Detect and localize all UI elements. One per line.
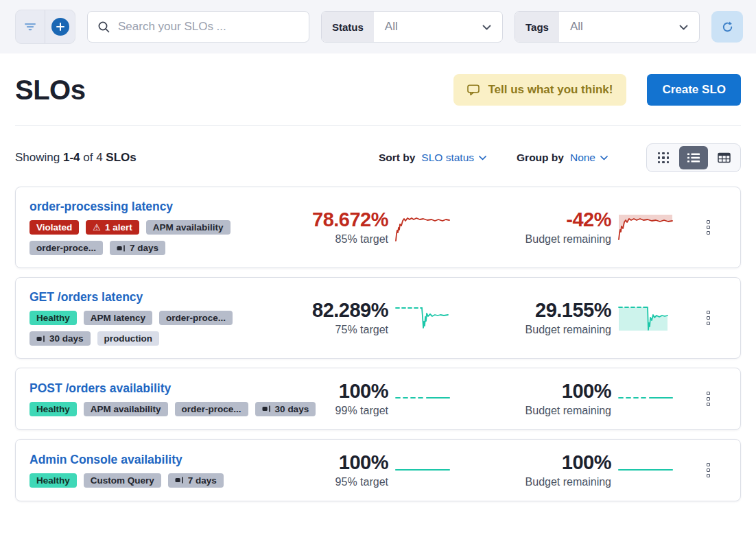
group-by-value: None bbox=[570, 152, 595, 164]
slo-budget-sparkline bbox=[617, 383, 674, 414]
slo-badge-apm-availability[interactable]: APM availability bbox=[146, 220, 231, 235]
status-filter-select[interactable]: Status All bbox=[321, 11, 503, 43]
slo-name-link[interactable]: order-processing latency bbox=[29, 200, 173, 214]
slo-badge-production[interactable]: production bbox=[97, 331, 160, 346]
chevron-down-icon bbox=[600, 156, 608, 160]
slo-badge-order-proce[interactable]: order-proce... bbox=[29, 241, 103, 255]
slo-status-value: 78.672% bbox=[312, 209, 388, 231]
slo-card-main: Admin Console availability HealthyCustom… bbox=[29, 453, 284, 488]
chevron-down-icon bbox=[679, 20, 688, 34]
time-window-icon bbox=[262, 405, 271, 412]
slo-options-menu-button[interactable] bbox=[704, 217, 713, 237]
slo-budget-value: 100% bbox=[562, 452, 611, 474]
slo-search-box bbox=[87, 11, 309, 43]
list-view-icon bbox=[687, 153, 700, 163]
showing-count: Showing 1-4 of 4 SLOs bbox=[15, 151, 379, 165]
slo-status-stat: 82.289% 75% target bbox=[284, 300, 451, 336]
search-input[interactable] bbox=[118, 20, 299, 34]
group-by-control: Group by None bbox=[517, 152, 608, 164]
slo-card: POST /orders availability HealthyAPM ava… bbox=[15, 368, 741, 430]
slo-card: GET /orders latency HealthyAPM latencyor… bbox=[15, 277, 741, 359]
slo-badge-order-proce[interactable]: order-proce... bbox=[175, 402, 248, 416]
slo-options-menu-button[interactable] bbox=[704, 460, 713, 480]
filter-icon bbox=[24, 23, 36, 31]
plus-icon bbox=[51, 18, 69, 36]
chevron-down-icon bbox=[479, 156, 486, 160]
slo-badge-healthy: Healthy bbox=[29, 473, 77, 488]
slo-budget-value: 29.155% bbox=[535, 300, 611, 322]
slo-status-value: 100% bbox=[339, 452, 388, 474]
slo-options-menu-button[interactable] bbox=[704, 308, 713, 328]
slo-badge-apm-latency[interactable]: APM latency bbox=[84, 311, 152, 325]
slo-budget-stat: -42% Budget remaining bbox=[473, 209, 674, 246]
list-controls: Showing 1-4 of 4 SLOs Sort by SLO status… bbox=[15, 143, 741, 172]
slo-card: order-processing latency Violated⚠1 aler… bbox=[15, 187, 741, 268]
feedback-button[interactable]: Tell us what you think! bbox=[453, 74, 626, 106]
warning-icon: ⚠ bbox=[93, 223, 101, 232]
slo-status-sparkline bbox=[394, 302, 451, 333]
slo-status-value: 100% bbox=[339, 381, 388, 403]
kebab-menu-icon bbox=[707, 392, 710, 395]
slo-target-caption: 99% target bbox=[335, 405, 388, 417]
status-filter-value: All bbox=[385, 20, 398, 34]
add-filter-button[interactable] bbox=[45, 10, 75, 43]
group-by-dropdown[interactable]: None bbox=[570, 152, 608, 164]
slo-budget-caption: Budget remaining bbox=[525, 233, 611, 246]
slo-card: Admin Console availability HealthyCustom… bbox=[15, 439, 741, 501]
refresh-icon bbox=[720, 20, 735, 34]
slo-badge-order-proce[interactable]: order-proce... bbox=[159, 311, 233, 325]
slo-name-link[interactable]: POST /orders availability bbox=[29, 381, 171, 396]
sort-by-control: Sort by SLO status bbox=[379, 152, 486, 164]
slo-budget-stat: 100% Budget remaining bbox=[473, 381, 674, 417]
slo-badges: HealthyCustom Query7 days bbox=[29, 473, 284, 488]
time-window-icon bbox=[36, 335, 45, 342]
slo-badge-7-days[interactable]: 7 days bbox=[168, 473, 224, 488]
slo-target-caption: 95% target bbox=[335, 476, 388, 488]
sort-by-dropdown[interactable]: SLO status bbox=[421, 152, 486, 164]
kebab-menu-icon bbox=[707, 463, 710, 466]
slo-budget-sparkline bbox=[617, 454, 674, 486]
filter-button-group bbox=[15, 10, 75, 44]
table-view-toggle[interactable] bbox=[709, 146, 738, 169]
slo-badge-30-days[interactable]: 30 days bbox=[29, 331, 91, 346]
slo-badge-apm-availability[interactable]: APM availability bbox=[84, 402, 168, 416]
search-icon bbox=[97, 21, 110, 34]
status-filter-label: Status bbox=[322, 12, 374, 42]
slo-options-menu-button[interactable] bbox=[704, 389, 713, 409]
chevron-down-icon bbox=[482, 20, 491, 34]
slo-badge-7-days[interactable]: 7 days bbox=[110, 241, 165, 255]
grid-view-toggle[interactable] bbox=[649, 146, 678, 169]
slo-status-sparkline bbox=[394, 383, 451, 414]
sort-by-label: Sort by bbox=[379, 152, 415, 164]
list-view-toggle[interactable] bbox=[679, 146, 708, 169]
slo-name-link[interactable]: Admin Console availability bbox=[29, 453, 182, 467]
slo-name-link[interactable]: GET /orders latency bbox=[29, 290, 143, 305]
slo-card-main: order-processing latency Violated⚠1 aler… bbox=[29, 200, 284, 255]
showing-unit: SLOs bbox=[106, 151, 136, 164]
slo-budget-value: -42% bbox=[566, 209, 611, 231]
showing-label: Showing bbox=[15, 151, 60, 164]
slo-badge-healthy: Healthy bbox=[29, 311, 77, 325]
sort-by-value: SLO status bbox=[421, 152, 474, 164]
kebab-menu-icon bbox=[707, 220, 710, 224]
filter-panel-toggle-button[interactable] bbox=[16, 10, 45, 43]
slo-badges: HealthyAPM latencyorder-proce...30 daysp… bbox=[29, 311, 284, 346]
speech-bubble-icon bbox=[467, 84, 480, 96]
slo-budget-caption: Budget remaining bbox=[525, 405, 611, 417]
slo-badge-1-alert: ⚠1 alert bbox=[86, 220, 139, 235]
slo-status-sparkline bbox=[394, 454, 451, 486]
feedback-button-label: Tell us what you think! bbox=[488, 83, 613, 97]
header-divider bbox=[15, 125, 741, 126]
slo-status-stat: 78.672% 85% target bbox=[284, 209, 451, 246]
page-title: SLOs bbox=[15, 75, 85, 106]
slo-budget-sparkline bbox=[617, 211, 674, 243]
refresh-button[interactable] bbox=[711, 11, 743, 43]
time-window-icon bbox=[175, 477, 184, 484]
tags-filter-select[interactable]: Tags All bbox=[515, 11, 700, 43]
showing-of: of 4 bbox=[83, 151, 102, 164]
slo-budget-caption: Budget remaining bbox=[525, 476, 611, 488]
create-slo-button[interactable]: Create SLO bbox=[647, 74, 741, 106]
slo-status-stat: 100% 95% target bbox=[284, 452, 451, 488]
group-by-label: Group by bbox=[517, 152, 564, 164]
slo-badge-custom-query[interactable]: Custom Query bbox=[84, 473, 161, 488]
